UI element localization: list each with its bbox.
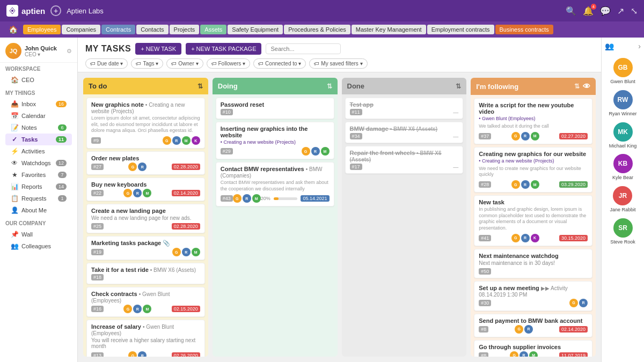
- filter-connected[interactable]: 🏷 Connected to ▾: [253, 58, 306, 69]
- sidebar-item-watchdogs[interactable]: 👁 Watchdogs 12: [5, 157, 72, 169]
- avatar: G: [569, 299, 578, 307]
- subnav-projects[interactable]: Projects: [170, 25, 200, 34]
- task-card[interactable]: Password reset #10: [216, 98, 334, 119]
- filter-owner[interactable]: 🏷 Owner ▾: [166, 58, 203, 69]
- avatar: M: [531, 132, 539, 141]
- subnav-safety[interactable]: Safety Equipment: [228, 25, 283, 34]
- settings-icon[interactable]: ⚙: [67, 48, 72, 55]
- search-icon[interactable]: 🔍: [566, 6, 576, 16]
- rp-name: Gwen Blunt: [610, 79, 635, 85]
- task-card[interactable]: New task In publishing and graphic desig…: [474, 195, 592, 246]
- sidebar-item-aboutme[interactable]: 👤 About Me: [5, 204, 72, 216]
- sidebar-item-wall[interactable]: 📌 Wall: [5, 228, 72, 240]
- task-card[interactable]: BMW damage • BMW X6 (Assets) #34 —: [345, 122, 464, 143]
- task-card[interactable]: Contact BMW representatives • BMW (Compa…: [216, 162, 334, 206]
- done-sort-icon[interactable]: ⇅: [456, 83, 461, 90]
- avatar: M: [529, 351, 538, 357]
- subnav-master[interactable]: Master Key Management: [352, 25, 426, 34]
- sidebar-item-calendar[interactable]: 📅 Calendar: [5, 110, 72, 122]
- subnav-procedures[interactable]: Procedures & Policies: [284, 25, 350, 34]
- task-footer: #37 G R M 02.27.2020: [479, 132, 588, 141]
- sidebar-item-activities[interactable]: ⚡ Activities: [5, 145, 72, 157]
- task-footer: #16 G R M 02.15.2020: [91, 305, 200, 313]
- task-card[interactable]: Go through supplier invoices #8 G R M 11…: [474, 340, 592, 357]
- task-id: #16: [91, 306, 104, 312]
- task-card[interactable]: Order new plates #27 G R 02.28.2020: [86, 151, 205, 175]
- subnav-business[interactable]: Business contracts: [495, 25, 553, 34]
- subnav-companies[interactable]: Companies: [62, 25, 100, 34]
- task-footer: #50: [479, 268, 588, 275]
- logo[interactable]: aptien: [6, 5, 45, 17]
- rp-user-steve[interactable]: SR Steve Rook: [610, 218, 635, 245]
- task-id: #17: [350, 164, 362, 170]
- rp-user-jane[interactable]: JR Jane Rabbit: [610, 186, 635, 213]
- watchdogs-badge: 12: [56, 160, 67, 166]
- subnav-employment[interactable]: Employment contracts: [427, 25, 494, 34]
- people-icon[interactable]: 👥: [605, 42, 614, 50]
- task-card[interactable]: Send payment to BMW bank account #8 G R …: [474, 314, 592, 337]
- task-card[interactable]: New graphics note • Creating a new websi…: [86, 98, 205, 149]
- tag-icon: 🏷: [211, 61, 217, 67]
- sidebar-item-favorites[interactable]: ★ Favorites 7: [5, 169, 72, 181]
- filter-tags[interactable]: 🏷 Tags ▾: [131, 58, 163, 69]
- fullscreen-icon[interactable]: ⤡: [631, 6, 638, 16]
- todo-sort-icon[interactable]: ⇅: [197, 83, 203, 90]
- rp-user-michael[interactable]: MK Michael King: [609, 122, 637, 149]
- sidebar-item-requests[interactable]: 📋 Requests 1: [5, 193, 72, 204]
- avatar: R: [133, 305, 142, 313]
- following-sort-icon[interactable]: ⇅: [574, 83, 580, 90]
- rp-avatar: MK: [613, 122, 633, 142]
- sidebar-item-tasks[interactable]: ✓ Tasks 11: [5, 134, 72, 145]
- task-card[interactable]: Take it for a test ride • BMW X6 (Assets…: [86, 263, 205, 284]
- filter-saved[interactable]: 🏷 My saved filters ▾: [309, 58, 367, 69]
- chevron-right-icon[interactable]: ›: [638, 42, 641, 50]
- export-icon[interactable]: ↗: [617, 6, 624, 16]
- filter-duedate[interactable]: 🏷 Due date ▾: [85, 58, 128, 69]
- task-card[interactable]: Test app #11 —: [345, 98, 464, 119]
- tag-icon: 🏷: [314, 61, 319, 67]
- rp-avatar: SR: [613, 218, 633, 238]
- rp-user-gwen[interactable]: GB Gwen Blunt: [610, 58, 635, 85]
- task-card[interactable]: Create a new landing page We need a new …: [86, 204, 205, 233]
- task-footer: #43 G R M 20% 05.14.2021: [221, 194, 330, 203]
- task-title: Set up a new meeting ▶▶ Activity 08.14.2…: [479, 285, 588, 298]
- sidebar-item-inbox[interactable]: 📥 Inbox 16: [5, 98, 72, 110]
- notification-badge: 4: [591, 4, 596, 10]
- sidebar-item-ceo[interactable]: 🏠 CEO: [5, 74, 72, 86]
- subnav-contracts[interactable]: Contracts: [101, 25, 135, 34]
- subnav-employees[interactable]: Employees: [23, 25, 61, 34]
- task-date: 02.14.2020: [559, 326, 588, 333]
- sidebar-item-label: About Me: [21, 207, 47, 213]
- rp-user-ryan[interactable]: RW Ryan Winner: [609, 90, 636, 117]
- sidebar-item-reports[interactable]: 📊 Reports 14: [5, 181, 72, 193]
- task-title: Create a new landing page: [91, 208, 200, 214]
- task-card[interactable]: Write a script for the new youtube video…: [474, 98, 592, 144]
- task-card[interactable]: Marketing tasks package 📎 #19 G R M: [86, 236, 205, 260]
- task-card[interactable]: Buy new keyboards #22 G R M 02.14.2020: [86, 178, 205, 201]
- notification-icon[interactable]: 🔔 4: [583, 6, 594, 16]
- company-label: Our Company: [5, 220, 72, 226]
- eye-icon[interactable]: 👁: [583, 82, 590, 91]
- task-card[interactable]: Check contracts • Gwen Blunt (Employees)…: [86, 287, 205, 317]
- chat-icon[interactable]: 💬: [600, 6, 611, 16]
- subnav-assets[interactable]: Assets: [200, 25, 226, 34]
- search-input[interactable]: [266, 43, 341, 54]
- rp-user-kyle[interactable]: KB Kyle Bear: [612, 154, 633, 181]
- new-package-button[interactable]: + NEW TASK PACKAGE: [186, 43, 261, 55]
- task-card[interactable]: Inserting new graphics into the website …: [216, 122, 334, 159]
- doing-sort-icon[interactable]: ⇅: [327, 83, 332, 90]
- task-title: New task: [479, 199, 588, 205]
- sidebar-item-colleagues[interactable]: 👥 Colleagues: [5, 240, 72, 252]
- home-icon[interactable]: 🏠: [4, 25, 22, 34]
- add-button[interactable]: +: [50, 5, 61, 16]
- task-card[interactable]: Repair the front wheels • BMW X6 (Assets…: [345, 146, 464, 174]
- filter-followers[interactable]: 🏷 Followers ▾: [207, 58, 251, 69]
- task-card[interactable]: Set up a new meeting ▶▶ Activity 08.14.2…: [474, 281, 592, 311]
- progress-label: 20%: [261, 196, 270, 201]
- subnav-contacts[interactable]: Contacts: [136, 25, 168, 34]
- task-card[interactable]: Increase of salary • Gwen Blunt (Employe…: [86, 320, 205, 357]
- task-card[interactable]: Creating new graphics for our website • …: [474, 147, 592, 193]
- new-task-button[interactable]: + NEW TASK: [135, 43, 181, 55]
- task-card[interactable]: Next maintenance watchdog Next maintenan…: [474, 249, 592, 278]
- sidebar-item-notes[interactable]: 📝 Notes 6: [5, 122, 72, 134]
